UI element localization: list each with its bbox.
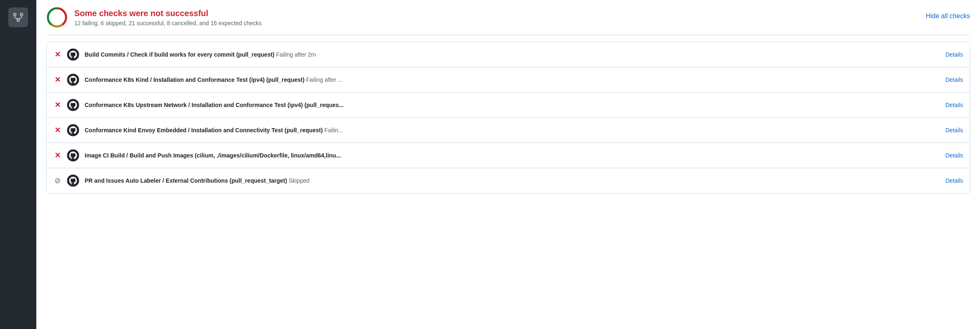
x-mark: ✕ [54, 101, 61, 109]
x-mark: ✕ [54, 76, 61, 83]
check-status-text: Skipped [289, 177, 310, 184]
details-link[interactable]: Details [945, 51, 963, 58]
check-name: Conformance K8s Upstream Network / Insta… [85, 102, 344, 108]
check-label: Image CI Build / Build and Push Images (… [85, 152, 934, 159]
header-left: Some checks were not successful 12 faili… [46, 7, 262, 28]
check-name: Conformance K8s Kind / Installation and … [85, 76, 305, 83]
details-link[interactable]: Details [945, 102, 963, 108]
header-title: Some checks were not successful [74, 9, 262, 18]
check-label: Build Commits / Check if build works for… [85, 51, 934, 58]
header-subtitle: 12 failing, 6 skipped, 21 successful, 8 … [74, 20, 262, 26]
header-text: Some checks were not successful 12 faili… [74, 9, 262, 26]
fail-icon: ✕ [53, 101, 62, 109]
page-wrapper: Some checks were not successful 12 faili… [0, 0, 980, 329]
checks-list: ✕ Build Commits / Check if build works f… [46, 42, 970, 193]
git-network-icon [12, 12, 24, 23]
details-link[interactable]: Details [945, 76, 963, 83]
check-status-text: Failing after 2m [276, 51, 316, 58]
svg-point-9 [67, 74, 79, 86]
x-mark: ✕ [54, 126, 61, 134]
svg-point-8 [67, 48, 79, 61]
fail-icon: ✕ [53, 76, 62, 84]
svg-point-10 [67, 99, 79, 111]
check-row: ✕ Conformance K8s Kind / Installation an… [47, 67, 970, 93]
status-circle-icon [46, 7, 68, 28]
github-actions-icon [66, 48, 80, 61]
github-actions-icon [66, 98, 80, 112]
check-label: Conformance Kind Envoy Embedded / Instal… [85, 127, 934, 134]
details-link[interactable]: Details [945, 152, 963, 159]
check-row: ✕ Conformance Kind Envoy Embedded / Inst… [47, 118, 970, 143]
main-content: Some checks were not successful 12 faili… [36, 0, 980, 329]
details-link[interactable]: Details [945, 177, 963, 184]
github-logo-icon [66, 73, 80, 86]
check-row: ✕ Conformance K8s Upstream Network / Ins… [47, 93, 970, 118]
github-actions-icon [66, 124, 80, 137]
skip-mark: ⊘ [54, 177, 61, 184]
check-row: ✕ Build Commits / Check if build works f… [47, 42, 970, 67]
fail-icon: ✕ [53, 126, 62, 134]
github-actions-icon [66, 174, 80, 187]
check-status-text: Failing after ... [306, 76, 343, 83]
check-row: ✕ Image CI Build / Build and Push Images… [47, 143, 970, 168]
github-logo-icon [66, 174, 80, 187]
details-link[interactable]: Details [945, 127, 963, 134]
fail-icon: ✕ [53, 151, 62, 160]
svg-point-12 [67, 149, 79, 162]
github-logo-icon [66, 98, 80, 112]
fail-icon: ✕ [53, 50, 62, 59]
check-name: Build Commits / Check if build works for… [85, 51, 275, 58]
check-name: Image CI Build / Build and Push Images (… [85, 152, 341, 159]
x-mark: ✕ [54, 152, 61, 159]
hide-all-checks-link[interactable]: Hide all checks [926, 7, 970, 20]
check-status-text: Failin... [324, 127, 343, 134]
check-name: PR and Issues Auto Labeler / External Co… [85, 177, 287, 184]
sidebar-icon[interactable] [8, 7, 28, 27]
check-label: Conformance K8s Kind / Installation and … [85, 76, 934, 83]
github-logo-icon [66, 124, 80, 137]
github-logo-icon [66, 48, 80, 61]
svg-point-11 [67, 124, 79, 136]
github-actions-icon [66, 73, 80, 86]
header-section: Some checks were not successful 12 faili… [46, 7, 970, 35]
check-row: ⊘ PR and Issues Auto Labeler / External … [47, 168, 970, 193]
github-logo-icon [66, 149, 80, 162]
sidebar [0, 0, 36, 329]
check-label: PR and Issues Auto Labeler / External Co… [85, 177, 934, 184]
check-label: Conformance K8s Upstream Network / Insta… [85, 102, 934, 108]
skip-icon: ⊘ [53, 176, 62, 185]
x-mark: ✕ [54, 51, 61, 58]
svg-point-13 [67, 174, 79, 187]
check-name: Conformance Kind Envoy Embedded / Instal… [85, 127, 323, 134]
github-actions-icon [66, 149, 80, 162]
